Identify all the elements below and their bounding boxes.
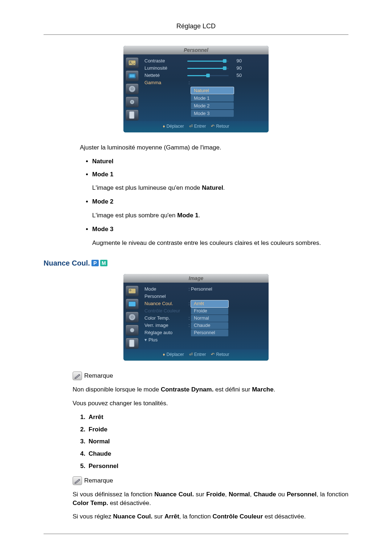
doc-icon — [126, 110, 139, 120]
osd2-title: Image — [123, 274, 269, 283]
nuance-opt-normal[interactable]: Normal — [191, 315, 228, 322]
rule-top — [44, 34, 348, 35]
mode-label: Mode — [144, 286, 187, 292]
mode3-desc: Augmente le niveau de contraste entre le… — [92, 239, 348, 247]
gamma-label: Gamma — [144, 79, 187, 86]
nuance-label: Nuance Coul. — [144, 300, 187, 307]
svg-point-7 — [131, 101, 133, 103]
note1: Non disponible lorsque le mode Contraste… — [73, 385, 348, 394]
svg-point-5 — [131, 88, 133, 90]
li-mode3: Mode 3 — [92, 226, 114, 233]
svg-point-10 — [130, 290, 131, 291]
svg-point-13 — [131, 316, 133, 318]
osd2-footer: ♦Déplacer ⏎Entrer ↶Retour — [123, 349, 269, 361]
osd-personnel: Personnel — [123, 46, 269, 132]
photo-icon — [126, 70, 139, 81]
plus-label: Plus — [148, 337, 158, 343]
li-mode2: Mode 2 — [92, 198, 114, 205]
badge-p: P — [91, 260, 99, 266]
target-icon — [126, 83, 139, 94]
contraste-label: Contraste — [144, 58, 187, 64]
mode1-desc: L'image est plus lumineuse qu'en mode — [92, 184, 202, 191]
osd1-footer: ♦Déplacer ⏎Entrer ↶Retour — [123, 121, 269, 132]
badge-m: M — [100, 260, 107, 266]
osd1-title: Personnel — [123, 46, 269, 54]
li-mode1: Mode 1 — [92, 171, 114, 178]
note4: Si vous réglez Nuance Coul. sur Arrêt, l… — [73, 512, 348, 521]
note-icon — [73, 372, 82, 380]
picture-icon — [126, 57, 139, 68]
photo-icon — [126, 299, 139, 309]
picture-icon — [126, 286, 139, 296]
verr-label: Verr. image — [144, 322, 187, 329]
tone-item-4: Chaude — [87, 450, 348, 458]
gamma-opt-naturel[interactable]: Naturel — [191, 87, 234, 94]
mode2-desc: L'image est plus sombre qu'en — [92, 212, 177, 219]
nettete-label: Netteté — [144, 72, 187, 79]
rule-bottom — [44, 534, 348, 534]
gamma-opt-mode3[interactable]: Mode 3 — [191, 110, 234, 117]
tone-item-3: Normal — [87, 437, 348, 446]
target-icon — [126, 312, 139, 323]
svg-rect-8 — [129, 111, 134, 119]
page-title: Réglage LCD — [44, 22, 348, 31]
doc-icon — [126, 338, 139, 349]
note-icon — [73, 476, 82, 485]
tone-item-2: Froide — [87, 425, 348, 434]
svg-rect-11 — [128, 301, 136, 307]
svg-point-1 — [130, 61, 131, 63]
luminosite-slider[interactable]: 90 — [187, 65, 242, 71]
note2: Vous pouvez changer les tonalités. — [73, 399, 348, 408]
nuance-opt-chaude[interactable]: Chaude — [191, 322, 228, 329]
contraste-slider[interactable]: 90 — [187, 58, 242, 64]
gear-icon — [126, 97, 139, 107]
gamma-opt-mode2[interactable]: Mode 2 — [191, 102, 234, 109]
colortemp-label: Color Temp. — [144, 315, 187, 321]
personnel-label: Personnel — [144, 293, 187, 300]
reglage-label: Réglage auto — [144, 329, 187, 336]
mode-val: Personnel — [191, 286, 212, 292]
li-naturel: Naturel — [92, 158, 114, 165]
tone-item-5: Personnel — [87, 462, 348, 471]
section-nuance-coul: Nuance Coul. P M — [44, 258, 348, 268]
tone-item-1: Arrêt — [87, 413, 348, 422]
nuance-opt-froide[interactable]: Froide — [191, 308, 228, 315]
svg-rect-9 — [128, 288, 136, 294]
svg-rect-3 — [129, 74, 135, 78]
note3: Si vous définissez la fonction Nuance Co… — [73, 490, 348, 508]
chevron-down-icon: ▾ — [144, 337, 147, 343]
nettete-slider[interactable]: 50 — [187, 72, 242, 79]
gear-icon — [126, 325, 139, 336]
svg-rect-15 — [129, 340, 134, 347]
gamma-intro: Ajuster la luminosité moyenne (Gamma) de… — [80, 143, 348, 152]
nuance-opt-arret[interactable]: Arrêt — [191, 300, 228, 307]
remark-2: Remarque — [84, 476, 113, 485]
controle-label: Contrôle Couleur — [144, 308, 187, 314]
gamma-opt-mode1[interactable]: Mode 1 — [191, 95, 234, 102]
remark-1: Remarque — [84, 372, 113, 380]
nuance-opt-personnel[interactable]: Personnel — [191, 329, 228, 336]
luminosite-label: Luminosité — [144, 65, 187, 71]
svg-point-14 — [130, 328, 134, 332]
osd-image: Image Mode : Personnel Personnel Nuance … — [123, 274, 269, 361]
